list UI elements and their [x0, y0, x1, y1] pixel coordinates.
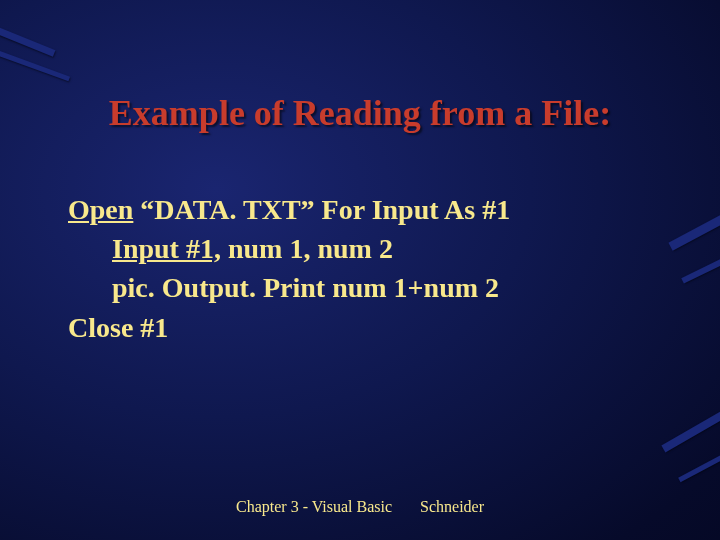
decor-stripe	[681, 245, 720, 283]
slide-title: Example of Reading from a File:	[0, 92, 720, 134]
decor-stripe	[0, 20, 55, 56]
code-text: num 1, num 2	[221, 233, 393, 264]
decor-stripe	[661, 396, 720, 453]
code-line-3: pic. Output. Print num 1+num 2	[68, 268, 660, 307]
keyword-input: Input #1,	[112, 233, 221, 264]
slide-footer: Chapter 3 - Visual BasicSchneider	[0, 498, 720, 516]
code-block: Open “DATA. TXT” For Input As #1 Input #…	[68, 190, 660, 347]
footer-author: Schneider	[420, 498, 484, 515]
keyword-open: Open	[68, 194, 133, 225]
slide: Example of Reading from a File: Open “DA…	[0, 0, 720, 540]
decor-stripe	[678, 440, 720, 482]
code-line-4: Close #1	[68, 308, 660, 347]
decor-stripe	[668, 201, 720, 251]
footer-chapter: Chapter 3 - Visual Basic	[236, 498, 392, 515]
code-line-1: Open “DATA. TXT” For Input As #1	[68, 190, 660, 229]
code-line-2: Input #1, num 1, num 2	[68, 229, 660, 268]
code-text: “DATA. TXT” For Input As #1	[133, 194, 510, 225]
